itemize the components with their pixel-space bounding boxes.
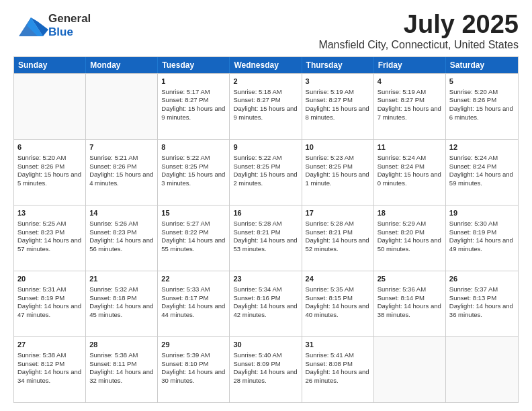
calendar-header: SundayMondayTuesdayWednesdayThursdayFrid… (14, 57, 518, 73)
sunrise-text: Sunrise: 5:40 AM (233, 351, 281, 359)
sunrise-text: Sunrise: 5:28 AM (306, 220, 354, 227)
day-number: 27 (17, 340, 82, 350)
calendar-day-header: Sunday (14, 57, 86, 73)
calendar-day-header: Saturday (446, 57, 518, 73)
sunrise-text: Sunrise: 5:41 AM (306, 351, 354, 359)
sunrise-text: Sunrise: 5:35 AM (306, 285, 354, 293)
logo: General Blue (13, 11, 91, 40)
sunset-text: Sunset: 8:09 PM (233, 360, 280, 367)
calendar-cell: 19Sunrise: 5:30 AMSunset: 8:19 PMDayligh… (446, 205, 518, 271)
logo-blue: Blue (48, 26, 91, 39)
daylight-text: Daylight: 15 hours and 2 minutes. (233, 171, 297, 187)
sunrise-text: Sunrise: 5:19 AM (378, 88, 426, 95)
calendar-cell: 25Sunrise: 5:36 AMSunset: 8:14 PMDayligh… (374, 271, 446, 336)
sunset-text: Sunset: 8:21 PM (306, 228, 353, 236)
calendar-cell: 9Sunrise: 5:22 AMSunset: 8:25 PMDaylight… (230, 140, 302, 205)
daylight-text: Daylight: 14 hours and 49 minutes. (449, 236, 513, 253)
calendar-day-header: Wednesday (230, 57, 302, 73)
sunrise-text: Sunrise: 5:39 AM (161, 351, 210, 359)
sunset-text: Sunset: 8:25 PM (161, 163, 208, 170)
daylight-text: Daylight: 14 hours and 52 minutes. (306, 236, 369, 253)
calendar-cell: 16Sunrise: 5:28 AMSunset: 8:21 PMDayligh… (230, 205, 302, 271)
calendar-cell: 22Sunrise: 5:33 AMSunset: 8:17 PMDayligh… (158, 271, 230, 336)
daylight-text: Daylight: 14 hours and 40 minutes. (306, 302, 369, 318)
calendar-cell: 29Sunrise: 5:39 AMSunset: 8:10 PMDayligh… (158, 337, 230, 402)
sunset-text: Sunset: 8:26 PM (449, 96, 496, 103)
calendar-cell: 3Sunrise: 5:19 AMSunset: 8:27 PMDaylight… (302, 74, 374, 139)
calendar-row: 6Sunrise: 5:20 AMSunset: 8:26 PMDaylight… (14, 139, 518, 205)
sunset-text: Sunset: 8:24 PM (378, 163, 425, 170)
day-number: 23 (233, 274, 298, 284)
sunset-text: Sunset: 8:12 PM (17, 360, 64, 367)
daylight-text: Daylight: 15 hours and 0 minutes. (378, 171, 441, 187)
calendar-day-header: Tuesday (158, 57, 230, 73)
calendar-cell: 26Sunrise: 5:37 AMSunset: 8:13 PMDayligh… (446, 271, 518, 336)
day-number: 11 (378, 142, 442, 152)
subtitle: Mansfield City, Connecticut, United Stat… (318, 39, 519, 51)
sunrise-text: Sunrise: 5:34 AM (233, 285, 281, 293)
sunrise-text: Sunrise: 5:38 AM (17, 351, 66, 359)
day-number: 5 (449, 77, 515, 87)
calendar-cell: 1Sunrise: 5:17 AMSunset: 8:27 PMDaylight… (158, 74, 230, 139)
logo-text: General Blue (48, 12, 91, 40)
day-number: 26 (449, 274, 515, 284)
daylight-text: Daylight: 14 hours and 44 minutes. (161, 302, 225, 318)
main-title: July 2025 (318, 11, 519, 39)
day-number: 2 (233, 77, 298, 87)
calendar-cell: 17Sunrise: 5:28 AMSunset: 8:21 PMDayligh… (302, 205, 374, 271)
sunset-text: Sunset: 8:26 PM (89, 163, 136, 170)
day-number: 9 (233, 142, 298, 152)
sunrise-text: Sunrise: 5:26 AM (89, 220, 138, 227)
daylight-text: Daylight: 15 hours and 7 minutes. (378, 105, 441, 121)
day-number: 18 (378, 208, 442, 218)
calendar-cell: 28Sunrise: 5:38 AMSunset: 8:11 PMDayligh… (86, 337, 158, 402)
calendar-cell: 5Sunrise: 5:20 AMSunset: 8:26 PMDaylight… (446, 74, 518, 139)
sunrise-text: Sunrise: 5:33 AM (161, 285, 210, 293)
sunset-text: Sunset: 8:11 PM (89, 360, 136, 367)
sunrise-text: Sunrise: 5:18 AM (233, 88, 281, 95)
sunrise-text: Sunrise: 5:23 AM (306, 154, 354, 161)
calendar-day-header: Thursday (302, 57, 374, 73)
calendar-row: 27Sunrise: 5:38 AMSunset: 8:12 PMDayligh… (14, 336, 518, 402)
day-number: 30 (233, 340, 298, 350)
day-number: 13 (17, 208, 82, 218)
calendar-cell: 18Sunrise: 5:29 AMSunset: 8:20 PMDayligh… (374, 205, 446, 271)
calendar-cell (86, 74, 158, 139)
calendar-cell: 12Sunrise: 5:24 AMSunset: 8:24 PMDayligh… (446, 140, 518, 205)
sunset-text: Sunset: 8:17 PM (161, 294, 208, 302)
sunset-text: Sunset: 8:27 PM (306, 96, 353, 103)
day-number: 10 (306, 142, 370, 152)
daylight-text: Daylight: 14 hours and 38 minutes. (378, 302, 441, 318)
daylight-text: Daylight: 14 hours and 28 minutes. (233, 368, 297, 384)
sunset-text: Sunset: 8:14 PM (378, 294, 425, 302)
calendar-cell: 23Sunrise: 5:34 AMSunset: 8:16 PMDayligh… (230, 271, 302, 336)
daylight-text: Daylight: 14 hours and 57 minutes. (17, 236, 81, 253)
daylight-text: Daylight: 14 hours and 34 minutes. (17, 368, 81, 384)
sunrise-text: Sunrise: 5:29 AM (378, 220, 426, 227)
day-number: 24 (306, 274, 370, 284)
sunrise-text: Sunrise: 5:25 AM (17, 220, 66, 227)
daylight-text: Daylight: 14 hours and 32 minutes. (89, 368, 153, 384)
daylight-text: Daylight: 15 hours and 4 minutes. (89, 171, 153, 187)
calendar-cell: 2Sunrise: 5:18 AMSunset: 8:27 PMDaylight… (230, 74, 302, 139)
day-number: 6 (17, 142, 82, 152)
sunrise-text: Sunrise: 5:30 AM (449, 220, 498, 227)
sunrise-text: Sunrise: 5:20 AM (17, 154, 66, 161)
day-number: 17 (306, 208, 370, 218)
day-number: 15 (161, 208, 226, 218)
sunset-text: Sunset: 8:21 PM (233, 228, 280, 236)
calendar-cell: 30Sunrise: 5:40 AMSunset: 8:09 PMDayligh… (230, 337, 302, 402)
calendar-cell: 10Sunrise: 5:23 AMSunset: 8:25 PMDayligh… (302, 140, 374, 205)
calendar-day-header: Friday (374, 57, 446, 73)
day-number: 12 (449, 142, 515, 152)
sunset-text: Sunset: 8:15 PM (306, 294, 353, 302)
sunset-text: Sunset: 8:23 PM (17, 228, 64, 236)
calendar-cell: 7Sunrise: 5:21 AMSunset: 8:26 PMDaylight… (86, 140, 158, 205)
daylight-text: Daylight: 15 hours and 9 minutes. (161, 105, 225, 121)
daylight-text: Daylight: 15 hours and 9 minutes. (233, 105, 297, 121)
day-number: 19 (449, 208, 515, 218)
sunset-text: Sunset: 8:20 PM (378, 228, 425, 236)
sunrise-text: Sunrise: 5:22 AM (233, 154, 281, 161)
logo-icon (13, 11, 48, 40)
calendar-row: 13Sunrise: 5:25 AMSunset: 8:23 PMDayligh… (14, 205, 518, 271)
